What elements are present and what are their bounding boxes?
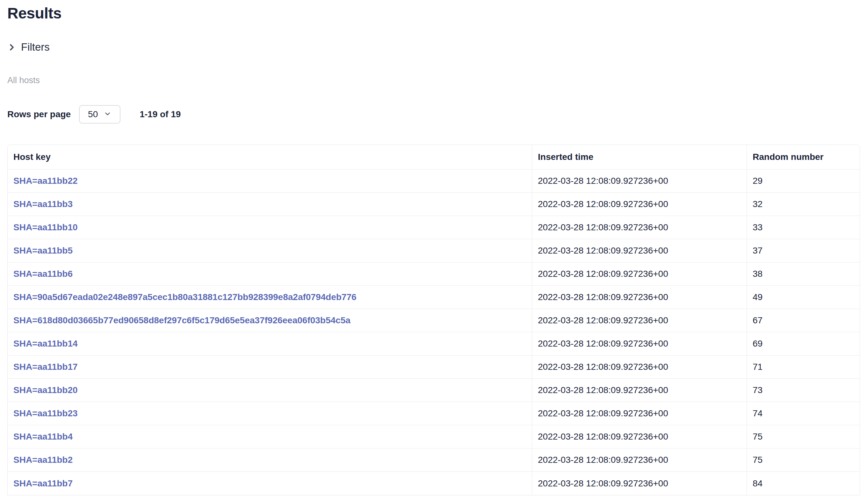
inserted-time-cell: 2022-03-28 12:08:09.927236+00: [532, 216, 747, 239]
table-row: SHA=90a5d67eada02e248e897a5cec1b80a31881…: [8, 286, 860, 309]
header-host-key: Host key: [8, 145, 532, 169]
host-key-cell: SHA=aa11bb2: [8, 449, 532, 472]
table-row: SHA=aa11bb22 2022-03-28 12:08:09.927236+…: [8, 169, 860, 193]
random-number-cell: 84: [747, 472, 860, 495]
random-number-cell: 67: [747, 309, 860, 332]
table-header-row: Host key Inserted time Random number: [8, 145, 860, 169]
filters-toggle[interactable]: Filters: [7, 41, 50, 53]
host-key-cell: SHA=aa11bb4: [8, 425, 532, 449]
table-row: SHA=aa11bb23 2022-03-28 12:08:09.927236+…: [8, 402, 860, 425]
pagination-toolbar: Rows per page 50 1-19 of 19: [7, 105, 860, 124]
host-key-cell: SHA=aa11bb14: [8, 332, 532, 355]
host-key-cell: SHA=618d80d03665b77ed90658d8ef297c6f5c17…: [8, 309, 532, 332]
host-key-link[interactable]: SHA=90a5d67eada02e248e897a5cec1b80a31881…: [13, 292, 356, 302]
chevron-right-icon: [7, 43, 16, 52]
random-number-cell: 74: [747, 402, 860, 425]
random-number-cell: 71: [747, 355, 860, 379]
inserted-time-cell: 2022-03-28 12:08:09.927236+00: [532, 449, 747, 472]
table-row: SHA=aa11bb10 2022-03-28 12:08:09.927236+…: [8, 216, 860, 239]
inserted-time-cell: 2022-03-28 12:08:09.927236+00: [532, 425, 747, 449]
random-number-cell: 33: [747, 216, 860, 239]
table-row: SHA=aa11bb17 2022-03-28 12:08:09.927236+…: [8, 355, 860, 379]
host-key-cell: SHA=aa11bb17: [8, 355, 532, 379]
pagination-range: 1-19 of 19: [140, 109, 181, 119]
header-inserted-time: Inserted time: [532, 145, 747, 169]
random-number-cell: 38: [747, 262, 860, 286]
rows-per-page-label: Rows per page: [7, 109, 71, 119]
random-number-cell: 75: [747, 449, 860, 472]
host-key-link[interactable]: SHA=aa11bb4: [13, 432, 73, 441]
inserted-time-cell: 2022-03-28 12:08:09.927236+00: [532, 309, 747, 332]
inserted-time-cell: 2022-03-28 12:08:09.927236+00: [532, 402, 747, 425]
table-row: SHA=aa11bb5 2022-03-28 12:08:09.927236+0…: [8, 239, 860, 262]
host-key-cell: SHA=aa11bb20: [8, 379, 532, 402]
inserted-time-cell: 2022-03-28 12:08:09.927236+00: [532, 262, 747, 286]
random-number-cell: 73: [747, 379, 860, 402]
host-key-link[interactable]: SHA=aa11bb20: [13, 385, 78, 395]
random-number-cell: 69: [747, 332, 860, 355]
inserted-time-cell: 2022-03-28 12:08:09.927236+00: [532, 472, 747, 495]
page-title: Results: [7, 0, 860, 23]
host-key-cell: SHA=aa11bb5: [8, 239, 532, 262]
random-number-cell: 75: [747, 425, 860, 449]
random-number-cell: 37: [747, 239, 860, 262]
host-key-cell: SHA=90a5d67eada02e248e897a5cec1b80a31881…: [8, 286, 532, 309]
table-row: SHA=aa11bb4 2022-03-28 12:08:09.927236+0…: [8, 425, 860, 449]
header-random-number: Random number: [747, 145, 860, 169]
rows-per-page-value: 50: [88, 109, 98, 119]
results-page: Results Filters All hosts Rows per page …: [0, 0, 868, 502]
host-key-cell: SHA=aa11bb3: [8, 193, 532, 216]
host-key-link[interactable]: SHA=aa11bb7: [13, 479, 73, 488]
host-key-link[interactable]: SHA=aa11bb23: [13, 408, 78, 418]
inserted-time-cell: 2022-03-28 12:08:09.927236+00: [532, 239, 747, 262]
host-key-cell: SHA=aa11bb23: [8, 402, 532, 425]
host-key-link[interactable]: SHA=aa11bb10: [13, 222, 78, 232]
table-row: SHA=aa11bb6 2022-03-28 12:08:09.927236+0…: [8, 262, 860, 286]
rows-per-page-select[interactable]: 50: [79, 105, 121, 124]
host-key-link[interactable]: SHA=aa11bb6: [13, 269, 73, 279]
host-key-cell: SHA=aa11bb22: [8, 169, 532, 193]
table-row: SHA=aa11bb14 2022-03-28 12:08:09.927236+…: [8, 332, 860, 355]
host-key-link[interactable]: SHA=aa11bb3: [13, 199, 73, 209]
host-key-link[interactable]: SHA=aa11bb2: [13, 455, 73, 465]
table-row: SHA=aa11bb2 2022-03-28 12:08:09.927236+0…: [8, 449, 860, 472]
table-row: SHA=aa11bb20 2022-03-28 12:08:09.927236+…: [8, 379, 860, 402]
host-key-cell: SHA=aa11bb10: [8, 216, 532, 239]
host-key-link[interactable]: SHA=aa11bb5: [13, 245, 73, 255]
table-row: SHA=618d80d03665b77ed90658d8ef297c6f5c17…: [8, 309, 860, 332]
filters-label: Filters: [21, 41, 50, 53]
random-number-cell: 32: [747, 193, 860, 216]
inserted-time-cell: 2022-03-28 12:08:09.927236+00: [532, 332, 747, 355]
chevron-down-icon: [104, 110, 112, 119]
table-body: SHA=aa11bb22 2022-03-28 12:08:09.927236+…: [8, 169, 860, 495]
inserted-time-cell: 2022-03-28 12:08:09.927236+00: [532, 193, 747, 216]
table-row: SHA=aa11bb7 2022-03-28 12:08:09.927236+0…: [8, 472, 860, 495]
host-key-cell: SHA=aa11bb6: [8, 262, 532, 286]
table-row: SHA=aa11bb3 2022-03-28 12:08:09.927236+0…: [8, 193, 860, 216]
host-key-link[interactable]: SHA=aa11bb17: [13, 362, 78, 372]
random-number-cell: 49: [747, 286, 860, 309]
scope-label: All hosts: [7, 75, 860, 85]
host-key-link[interactable]: SHA=aa11bb22: [13, 176, 78, 186]
results-table: Host key Inserted time Random number SHA…: [7, 145, 860, 495]
inserted-time-cell: 2022-03-28 12:08:09.927236+00: [532, 286, 747, 309]
host-key-link[interactable]: SHA=618d80d03665b77ed90658d8ef297c6f5c17…: [13, 315, 351, 325]
inserted-time-cell: 2022-03-28 12:08:09.927236+00: [532, 169, 747, 193]
inserted-time-cell: 2022-03-28 12:08:09.927236+00: [532, 355, 747, 379]
inserted-time-cell: 2022-03-28 12:08:09.927236+00: [532, 379, 747, 402]
random-number-cell: 29: [747, 169, 860, 193]
host-key-link[interactable]: SHA=aa11bb14: [13, 338, 78, 348]
host-key-cell: SHA=aa11bb7: [8, 472, 532, 495]
